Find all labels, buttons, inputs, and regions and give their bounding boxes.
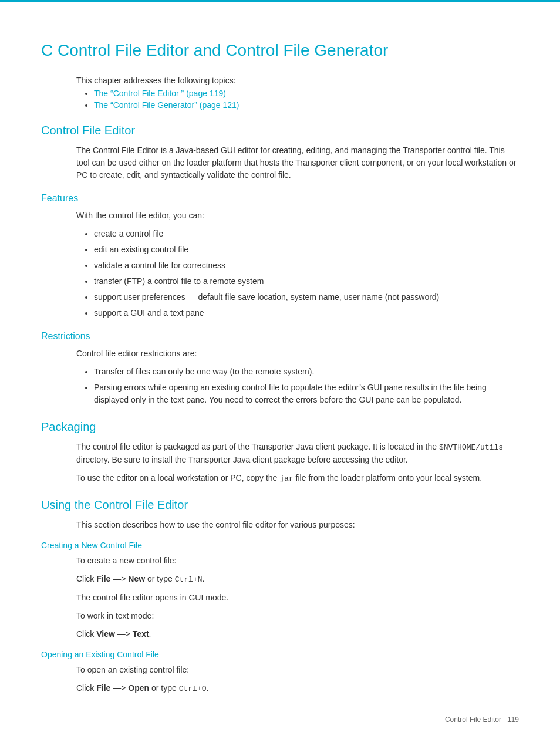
file-open-bold: File bbox=[96, 683, 110, 693]
feature-item-5: support user preferences — default file … bbox=[94, 291, 519, 303]
intro-text: This chapter addresses the following top… bbox=[76, 76, 519, 85]
page-number: 119 bbox=[507, 715, 519, 724]
top-border bbox=[0, 0, 560, 2]
subsection-restrictions-title: Restrictions bbox=[41, 331, 519, 342]
open-bold: Open bbox=[128, 683, 149, 693]
new-bold: New bbox=[128, 574, 145, 583]
creating-step-2: Click File —> New or type Ctrl+N. bbox=[76, 573, 519, 586]
ctrl-n-code: Ctrl+N bbox=[175, 575, 203, 584]
creating-step-4: To work in text mode: bbox=[76, 610, 519, 622]
page-title: C Control File Editor and Control File G… bbox=[41, 41, 519, 65]
subsection-opening-title: Opening an Existing Control File bbox=[41, 650, 519, 659]
section-packaging-title: Packaging bbox=[41, 420, 519, 434]
intro-bullet-1: The “Control File Editor ” (page 119) bbox=[94, 89, 519, 98]
feature-item-6: support a GUI and a text pane bbox=[94, 307, 519, 319]
restriction-item-1: Transfer of files can only be one way (t… bbox=[94, 366, 519, 378]
opening-step-2: Click File —> Open or type Ctrl+O. bbox=[76, 682, 519, 695]
feature-item-4: transfer (FTP) a control file to a remot… bbox=[94, 275, 519, 288]
footer-text: Control File Editor bbox=[445, 715, 501, 724]
packaging-body-1: The control file editor is packaged as p… bbox=[76, 441, 519, 466]
section-control-file-editor-title: Control File Editor bbox=[41, 124, 519, 137]
text-bold: Text bbox=[133, 629, 149, 639]
using-intro: This section describes how to use the co… bbox=[76, 519, 519, 531]
creating-step-1: To create a new control file: bbox=[76, 555, 519, 567]
feature-item-1: create a control file bbox=[94, 228, 519, 240]
feature-item-3: validate a control file for correctness bbox=[94, 259, 519, 272]
view-bold: View bbox=[96, 629, 115, 639]
opening-step-1: To open an existing control file: bbox=[76, 664, 519, 676]
restrictions-list: Transfer of files can only be one way (t… bbox=[94, 366, 519, 406]
subsection-creating-title: Creating a New Control File bbox=[41, 541, 519, 550]
creating-step-5: Click View —> Text. bbox=[76, 628, 519, 640]
features-list: create a control file edit an existing c… bbox=[94, 228, 519, 319]
page: C Control File Editor and Control File G… bbox=[0, 0, 560, 735]
features-intro: With the control file editor, you can: bbox=[76, 210, 519, 222]
control-file-editor-link[interactable]: The “Control File Editor ” (page 119) bbox=[94, 89, 226, 98]
page-footer: Control File Editor 119 bbox=[445, 715, 519, 724]
ctrl-o-code: Ctrl+O bbox=[179, 684, 207, 693]
packaging-body-2: To use the editor on a local workstation… bbox=[76, 472, 519, 485]
section-using-title: Using the Control File Editor bbox=[41, 498, 519, 512]
file-bold: File bbox=[96, 574, 110, 583]
jar-code: jar bbox=[279, 474, 293, 483]
intro-bullet-2: The “Control File Generator” (page 121) bbox=[94, 100, 519, 110]
restriction-item-2: Parsing errors while opening an existing… bbox=[94, 382, 519, 406]
feature-item-2: edit an existing control file bbox=[94, 244, 519, 256]
creating-step-3: The control file editor opens in GUI mod… bbox=[76, 592, 519, 604]
intro-bullets: The “Control File Editor ” (page 119) Th… bbox=[94, 89, 519, 110]
control-file-generator-link[interactable]: The “Control File Generator” (page 121) bbox=[94, 100, 239, 110]
subsection-features-title: Features bbox=[41, 193, 519, 204]
section-control-file-editor-body: The Control File Editor is a Java-based … bbox=[76, 144, 519, 181]
nvthome-code: $NVTHOME/utils bbox=[439, 443, 503, 452]
restrictions-intro: Control file editor restrictions are: bbox=[76, 347, 519, 360]
